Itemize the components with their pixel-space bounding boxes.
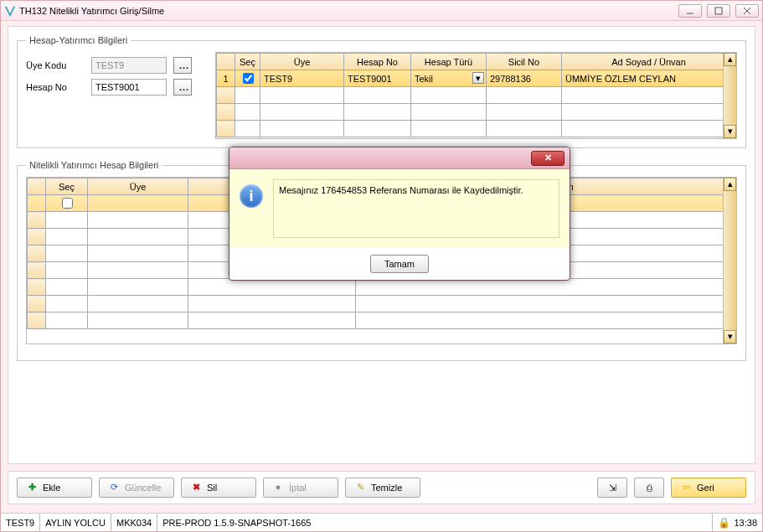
dialog-message: Mesajınız 176454853 Referans Numarası il… [273, 179, 559, 238]
info-icon: i [240, 184, 263, 208]
info-dialog: ✕ i Mesajınız 176454853 Referans Numaras… [229, 147, 570, 281]
dialog-close-button[interactable]: ✕ [531, 151, 565, 166]
modal-backdrop: ✕ i Mesajınız 176454853 Referans Numaras… [1, 1, 762, 531]
dialog-titlebar: ✕ [229, 147, 570, 169]
ok-button[interactable]: Tamam [370, 255, 429, 273]
